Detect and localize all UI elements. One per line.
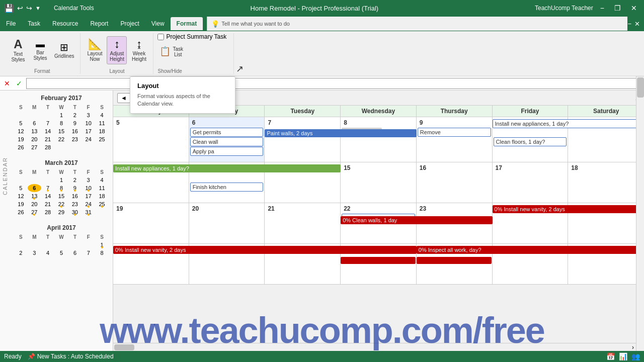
restore-btn[interactable]: ❐ <box>611 3 624 13</box>
task-install-new-appliances-w1[interactable]: Install new appliances, 1 day? <box>493 119 644 128</box>
tab-project[interactable]: Project <box>114 17 145 30</box>
window-title: Home Remodel - Project Professional (Tri… <box>251 5 379 12</box>
cell-mar7[interactable]: 7 <box>265 117 341 162</box>
week-height-btn[interactable]: ↨ WeekHeight <box>129 37 149 64</box>
week-height-icon: ↨ <box>136 39 142 50</box>
task-clean-walls-pct[interactable]: 0% Clean walls, 1 day <box>341 216 492 224</box>
ribbon-group-format: A TextStyles ▬ BarStyles ⊞ Gridlines For… <box>4 33 80 74</box>
new-tasks-label: 📌 New Tasks : Auto Scheduled <box>28 353 114 360</box>
tell-me-text[interactable]: Tell me what you want to do <box>221 21 290 27</box>
vertical-scrollbar[interactable] <box>636 90 644 351</box>
cell-mar19[interactable]: 19 <box>113 203 189 243</box>
text-styles-btn[interactable]: A TextStyles <box>8 36 28 64</box>
task-remove[interactable]: Remove <box>418 128 491 137</box>
cell-mar17[interactable]: 17 <box>493 162 569 203</box>
header-saturday: Saturday <box>568 106 644 117</box>
close-btn[interactable]: ✕ <box>628 3 640 13</box>
task-clean-wall[interactable]: Clean wall <box>190 137 264 146</box>
cell-mar5[interactable]: 5 <box>113 117 189 162</box>
layout-tooltip: Layout Format various aspects of the Cal… <box>130 76 235 114</box>
mini-cal-apr-header: April 2017 <box>14 224 109 231</box>
mini-cal-mar-grid: SMT WTF S 1234 5 6 7 8 <box>14 168 109 216</box>
task-install-vanity-w4[interactable]: 0% Install new vanity, 2 days <box>113 246 417 254</box>
bar-styles-btn[interactable]: ▬ BarStyles <box>30 38 50 63</box>
task-get-permits[interactable]: Get permits <box>190 128 264 137</box>
task-list-icon: 📋 <box>159 47 171 56</box>
cell-mar15[interactable]: 15 <box>341 162 417 203</box>
mini-cal-feb-grid: SMT WTF S 1234 567 891011 <box>14 104 109 151</box>
layout-now-btn[interactable]: 📐 LayoutNow <box>85 37 105 64</box>
gantt-view-icon[interactable]: 📊 <box>619 352 627 360</box>
ribbon-group-showhide: Project Summary Task 📋 TaskList Show/Hid… <box>153 33 234 74</box>
tell-me-bar: 💡 Tell me what you want to do <box>207 17 627 31</box>
cell-mar6[interactable]: 6 Get permits Clean wall Apply pa <box>189 117 265 162</box>
adjust-height-btn[interactable]: ↕ AdjustHeight <box>107 36 127 64</box>
cell-mar9[interactable]: 9 Remove <box>417 117 493 162</box>
week-row-3: 19 20 21 22 Remove flooring, 1 d 23 24 <box>113 203 644 244</box>
week-row-1: 5 6 Get permits Clean wall Apply pa 7 8 … <box>113 117 644 162</box>
ribbon-minimize-btn[interactable]: − <box>627 20 631 28</box>
status-bar-right: 📅 📊 👥 <box>606 352 640 360</box>
task-finish-kitchen[interactable]: Finish kitchen <box>190 183 264 192</box>
showhide-group-label: Show/Hide <box>157 68 182 74</box>
adjust-height-icon: ↕ <box>114 39 120 50</box>
project-summary-checkbox[interactable]: Project Summary Task <box>157 33 226 40</box>
project-summary-check[interactable] <box>157 34 164 40</box>
redo-icon[interactable]: ↪ <box>26 4 32 12</box>
task-inspect-all-work[interactable]: 0% Inspect all work, day? <box>417 246 644 254</box>
task-paint-walls[interactable]: Paint walls, 2 days <box>265 129 416 137</box>
gridlines-icon: ⊞ <box>60 42 68 52</box>
format-group-label: Format <box>34 68 50 74</box>
text-styles-icon: A <box>14 38 22 50</box>
gridlines-btn[interactable]: ⊞ Gridlines <box>52 40 76 61</box>
cancel-btn[interactable]: ✕ <box>2 79 12 87</box>
scrollbar-thumb[interactable] <box>637 90 644 98</box>
task-install-new-appliances-w2[interactable]: Install new appliances, 1 day? <box>113 164 341 172</box>
header-tuesday: Tuesday <box>265 106 341 117</box>
confirm-btn[interactable]: ✓ <box>14 79 24 87</box>
undo-icon[interactable]: ↩ <box>17 4 23 12</box>
tab-report[interactable]: Report <box>84 17 114 30</box>
scroll-right-btn[interactable]: › <box>630 344 636 351</box>
cell-mar16[interactable]: 16 <box>417 162 493 203</box>
mini-cal-mar-header: March 2017 <box>14 159 109 166</box>
horizontal-scrollbar[interactable]: › <box>113 343 636 351</box>
bar-styles-icon: ▬ <box>36 40 45 49</box>
cell-mar18[interactable]: 18 <box>568 162 644 203</box>
status-bar: Ready 📌 New Tasks : Auto Scheduled 📅 📊 👥 <box>0 351 644 362</box>
tab-view[interactable]: View <box>145 17 171 30</box>
user-name: TeachUcomp Teacher <box>535 5 593 12</box>
calendar-grid: 5 6 Get permits Clean wall Apply pa 7 8 … <box>113 117 644 351</box>
prev-month-btn[interactable]: ◄ <box>117 93 130 103</box>
resource-view-icon[interactable]: 👥 <box>631 352 640 360</box>
ribbon-close-btn[interactable]: ✕ <box>634 20 640 28</box>
minimize-btn[interactable]: − <box>597 3 607 13</box>
ribbon-group-layout: 📐 LayoutNow ↕ AdjustHeight ↨ WeekHeight … <box>80 33 153 74</box>
cell-mar8[interactable]: 8 Wait <box>341 117 417 162</box>
task-clean-floors[interactable]: Clean floors, 1 day? <box>494 137 567 146</box>
task-list-btn[interactable]: 📋 TaskList <box>157 43 185 59</box>
ribbon: A TextStyles ▬ BarStyles ⊞ Gridlines For… <box>0 31 644 76</box>
mini-cal-feb-header: February 2017 <box>14 95 109 102</box>
tab-format[interactable]: Format <box>171 17 203 30</box>
customize-icon[interactable]: ▼ <box>35 5 41 11</box>
cell-mar21[interactable]: 21 <box>265 203 341 243</box>
tab-task[interactable]: Task <box>22 17 46 30</box>
save-icon[interactable]: 💾 <box>4 4 14 13</box>
mini-cal-apr-grid: SMT WTF S 1 234 5678 <box>14 233 109 257</box>
ribbon-tabs-row: File Task Resource Report Project View F… <box>0 16 644 31</box>
mini-calendar-mar: March 2017 SMT WTF S 1234 5 <box>10 155 113 220</box>
formula-input[interactable] <box>26 78 642 89</box>
formula-bar: ✕ ✓ <box>0 76 644 90</box>
tab-resource[interactable]: Resource <box>46 17 84 30</box>
h-scrollbar-thumb[interactable] <box>114 344 134 350</box>
app-group-label: Calendar Tools <box>54 5 94 12</box>
tab-file[interactable]: File <box>0 17 22 30</box>
task-install-vanity-w3[interactable]: 0% Install new vanity, 2 days <box>493 205 644 213</box>
week-row-2: 12 13 Finish kitchen 14 15 16 <box>113 162 644 203</box>
calendar-view-icon[interactable]: 📅 <box>606 352 615 360</box>
new-tasks-icon: 📌 <box>28 353 35 360</box>
task-red-mar29 <box>341 257 416 264</box>
task-apply-pa[interactable]: Apply pa <box>190 147 264 156</box>
cell-mar20[interactable]: 20 <box>189 203 265 243</box>
